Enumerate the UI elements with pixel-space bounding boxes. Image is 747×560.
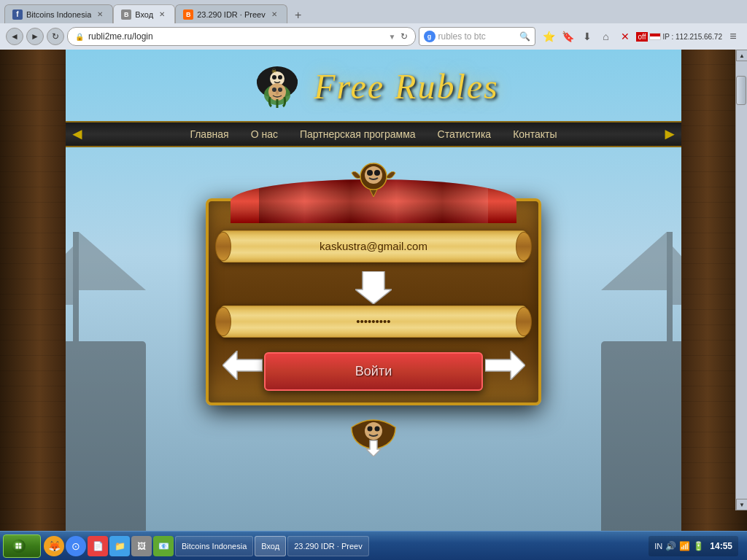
tab-close-1[interactable]: ✕ [95, 9, 105, 20]
taskbar: 🦊 ⊙ 📄 📁 🖼 📧 Bitcoins Indonesia Вход 23.2… [0, 531, 747, 560]
down-arrow-1 [220, 271, 527, 304]
taskbar-window-preev[interactable]: 23.290 IDR · Preev [287, 536, 369, 556]
password-wrapper [220, 306, 527, 338]
svg-text:☠: ☠ [271, 68, 276, 74]
email-wrapper [220, 230, 527, 262]
url-text: rubli2me.ru/login [88, 31, 384, 42]
nav-partnerskaya[interactable]: Партнерская программа [300, 128, 416, 140]
svg-point-22 [374, 170, 380, 176]
scrollbar-up-arrow[interactable]: ▲ [736, 50, 747, 61]
ip-address: IP : 112.215.66.72 [662, 33, 722, 41]
svg-point-16 [272, 88, 276, 92]
browser-chrome: f Bitcoins Indonesia ✕ B Вход ✕ B 23.290… [0, 0, 747, 50]
tab-vhod[interactable]: B Вход ✕ [113, 4, 175, 23]
bookmark-star-icon[interactable]: ⭐ [541, 28, 557, 44]
website-content: ☠ Free Rubles [0, 50, 747, 560]
battery-icon: 🔋 [693, 541, 704, 551]
refresh-inline-icon: ↻ [400, 31, 408, 42]
pirate-logo-icon: ☠ [248, 57, 306, 115]
scrollbar[interactable]: ▲ ▼ [735, 50, 747, 510]
svg-marker-25 [222, 351, 263, 380]
top-ornament [344, 155, 403, 198]
svg-rect-32 [15, 542, 18, 545]
dropdown-arrow-icon: ▼ [389, 33, 396, 41]
main-content: ☠ Free Rubles [66, 50, 681, 560]
forward-button[interactable]: ► [26, 28, 44, 45]
scrollbar-down-arrow[interactable]: ▼ [736, 499, 747, 510]
search-text: rubles to btc [438, 31, 486, 42]
flag-icon [649, 33, 661, 40]
password-input[interactable] [250, 315, 497, 327]
nav-statistika[interactable]: Статистика [438, 128, 492, 140]
svg-point-20 [365, 166, 382, 184]
tab-label-3: 23.290 IDR · Preev [197, 10, 266, 19]
search-bar[interactable]: g rubles to btc 🔍 [419, 27, 535, 46]
taskbar-window-label-2: Вход [261, 542, 279, 551]
tab-bitcoins-indonesia[interactable]: f Bitcoins Indonesia ✕ [4, 4, 113, 23]
nav-kontakty[interactable]: Контакты [513, 128, 557, 140]
svg-point-12 [278, 75, 282, 79]
taskbar-window-label-1: Bitcoins Indonesia [182, 542, 247, 551]
site-header: ☠ Free Rubles [66, 50, 681, 147]
taskbar-icon-3[interactable]: 📄 [88, 536, 108, 556]
taskbar-window-label-3: 23.290 IDR · Preev [294, 542, 363, 551]
email-scroll [220, 230, 527, 262]
chrome-icon[interactable]: ⊙ [66, 536, 86, 556]
right-arrow-icon [483, 351, 527, 386]
back-button[interactable]: ◄ [6, 28, 23, 45]
logo-area: ☠ Free Rubles [248, 57, 498, 115]
svg-marker-26 [485, 351, 525, 380]
taskbar-items: 🦊 ⊙ 📄 📁 🖼 📧 Bitcoins Indonesia Вход 23.2… [44, 536, 643, 556]
home-icon[interactable]: ⌂ [598, 28, 614, 44]
bookmark-icon[interactable]: 🔖 [560, 28, 576, 44]
tab-close-3[interactable]: ✕ [269, 9, 279, 20]
svg-point-11 [272, 75, 276, 79]
system-tray: IN 🔊 📶 🔋 14:55 [649, 536, 738, 556]
google-icon: g [424, 31, 436, 42]
network-icon[interactable]: 📶 [679, 541, 690, 551]
wood-frame: Войти [206, 198, 541, 405]
svg-marker-23 [370, 190, 377, 197]
start-button[interactable] [3, 534, 41, 558]
login-button[interactable]: Войти [264, 352, 483, 391]
nav-bar: Главная О нас Партнерская программа Стат… [66, 121, 681, 147]
taskbar-window-vhod[interactable]: Вход [255, 536, 286, 556]
svg-rect-33 [19, 542, 22, 545]
address-bar-row: ◄ ► ↻ 🔒 rubli2me.ru/login ▼ ↻ g rubles t… [0, 23, 747, 50]
svg-marker-24 [355, 271, 392, 304]
refresh-button[interactable]: ↻ [47, 28, 64, 45]
svg-rect-35 [19, 546, 22, 549]
svg-rect-34 [15, 546, 18, 549]
toolbar-icons: ⭐ 🔖 ⬇ ⌂ ✕ off IP : 112.215.66.72 ≡ [541, 28, 742, 44]
tab-preev[interactable]: B 23.290 IDR · Preev ✕ [175, 4, 287, 23]
download-icon[interactable]: ⬇ [579, 28, 595, 44]
nav-glavnaya[interactable]: Главная [190, 128, 228, 140]
firefox-icon[interactable]: 🦊 [44, 536, 64, 556]
volume-icon[interactable]: 🔊 [665, 541, 676, 551]
menu-icon[interactable]: ≡ [725, 28, 741, 44]
tab-favicon-2: B [121, 9, 131, 20]
email-input[interactable] [250, 240, 497, 252]
taskbar-icon-5[interactable]: 🖼 [131, 536, 152, 556]
svg-point-18 [276, 90, 279, 95]
taskbar-window-bitcoins[interactable]: Bitcoins Indonesia [175, 536, 253, 556]
tab-favicon-1: f [12, 9, 23, 20]
svg-point-28 [368, 427, 373, 432]
new-tab-button[interactable]: + [290, 7, 306, 23]
lock-icon: 🔒 [75, 33, 84, 41]
nav-o-nas[interactable]: О нас [251, 128, 278, 140]
login-button-row: Войти [220, 346, 527, 391]
scrollbar-thumb[interactable] [736, 76, 746, 105]
taskbar-right: IN 🔊 📶 🔋 14:55 [643, 536, 744, 556]
tab-label-2: Вход [135, 10, 153, 19]
svg-point-27 [365, 422, 382, 440]
svg-point-17 [278, 88, 282, 92]
tab-close-2[interactable]: ✕ [157, 9, 167, 20]
clock: 14:55 [710, 541, 732, 551]
site-logo-text: Free Rubles [314, 66, 498, 106]
taskbar-icon-6[interactable]: 📧 [153, 536, 174, 556]
login-container: Войти [206, 155, 541, 449]
address-bar[interactable]: 🔒 rubli2me.ru/login ▼ ↻ [67, 27, 416, 46]
stop-icon[interactable]: ✕ [617, 28, 633, 44]
taskbar-icon-4[interactable]: 📁 [109, 536, 130, 556]
